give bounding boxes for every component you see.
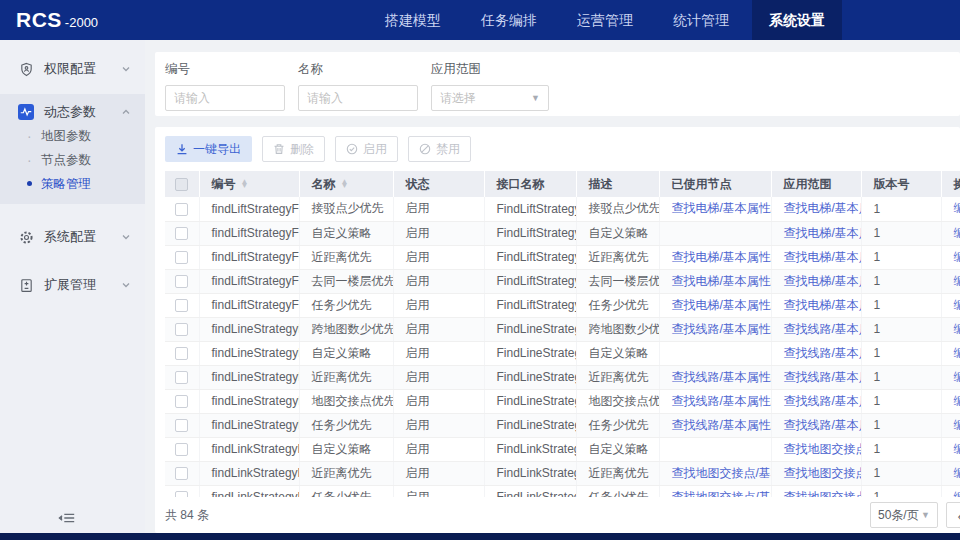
sidebar-item-node-params[interactable]: · 节点参数 (0, 148, 145, 172)
edit-link[interactable]: 编辑 (941, 293, 960, 317)
select-all-checkbox[interactable] (175, 178, 188, 191)
row-checkbox[interactable] (175, 275, 188, 288)
row-select-cell (165, 413, 199, 437)
row-checkbox[interactable] (175, 227, 188, 240)
table-row: findLiftStrategyForC... 自定义策略 启用 FindLif… (165, 221, 960, 245)
scope-link[interactable]: 查找电梯/基本属性/查找 (771, 245, 861, 269)
nav-item-build-model[interactable]: 搭建模型 (368, 0, 458, 40)
scope-link[interactable]: 查找地图交接点/基本属性 (771, 437, 861, 461)
row-select-cell (165, 485, 199, 497)
scope-link[interactable]: 查找电梯/基本属性/查找 (771, 197, 861, 221)
edit-link[interactable]: 编辑 (941, 485, 960, 497)
cell-status: 启用 (393, 317, 484, 341)
row-checkbox[interactable] (175, 371, 188, 384)
used-nodes-link[interactable] (659, 221, 771, 245)
check-circle-icon (346, 143, 358, 155)
row-checkbox[interactable] (175, 467, 188, 480)
used-nodes-link[interactable]: 查找线路/基本属性/查找 (659, 389, 771, 413)
nav-item-operations-management[interactable]: 运营管理 (560, 0, 650, 40)
used-nodes-link[interactable]: 查找地图交接点/基本属性 (659, 461, 771, 485)
row-checkbox[interactable] (175, 347, 188, 360)
used-nodes-link[interactable]: 查找线路/基本属性/查找 (659, 365, 771, 389)
edit-link[interactable]: 编辑 (941, 461, 960, 485)
used-nodes-link[interactable]: 查找电梯/基本属性/查找 (659, 269, 771, 293)
scope-link[interactable]: 查找线路/基本属性/查找 (771, 341, 861, 365)
used-nodes-link[interactable] (659, 437, 771, 461)
used-nodes-link[interactable]: 查找电梯/基本属性/查找 (659, 197, 771, 221)
cell-description: 任务少优先 (576, 485, 659, 497)
sidebar-item-strategy-management[interactable]: · 策略管理 (0, 172, 145, 196)
table-scroll-area: 编号▲▼ 名称▲▼ 状态 接口名称 描述 已使用节点 应用范围 版本号 操作 (165, 171, 960, 497)
cell-code: findLiftStrategyForTa... (199, 293, 299, 317)
edit-link[interactable]: 编辑 (941, 341, 960, 365)
used-nodes-link[interactable]: 查找电梯/基本属性/查找 (659, 245, 771, 269)
row-checkbox[interactable] (175, 419, 188, 432)
disable-button[interactable]: 禁用 (408, 136, 471, 162)
used-nodes-link[interactable]: 查找线路/基本属性/查找 (659, 413, 771, 437)
scope-link[interactable]: 查找线路/基本属性/查找 (771, 389, 861, 413)
scope-link[interactable]: 查找地图交接点/基本属性 (771, 485, 861, 497)
cell-name: 自定义策略 (299, 341, 393, 365)
row-checkbox[interactable] (175, 251, 188, 264)
row-checkbox[interactable] (175, 299, 188, 312)
edit-link[interactable]: 编辑 (941, 317, 960, 341)
cell-interface: FindLineStrategy (484, 413, 576, 437)
sidebar-item-extension-management[interactable]: 扩展管理 (0, 268, 145, 302)
scope-link[interactable]: 查找电梯/基本属性/查找 (771, 293, 861, 317)
nav-item-statistics-management[interactable]: 统计管理 (656, 0, 746, 40)
scope-link[interactable]: 查找线路/基本属性/查找 (771, 365, 861, 389)
column-header-interface: 接口名称 (484, 171, 576, 197)
scope-link[interactable]: 查找电梯/基本属性/查找 (771, 221, 861, 245)
page-size-select[interactable]: 50条/页 ▼ (870, 502, 938, 528)
scope-select[interactable]: 请选择 ▼ (431, 85, 549, 111)
column-header-code[interactable]: 编号▲▼ (199, 171, 299, 197)
edit-link[interactable]: 编辑 (941, 389, 960, 413)
row-checkbox[interactable] (175, 203, 188, 216)
cell-version: 1 (861, 341, 941, 365)
edit-link[interactable]: 编辑 (941, 197, 960, 221)
used-nodes-link[interactable]: 查找地图交接点/基本属性 (659, 485, 771, 497)
scope-label: 应用范围 (431, 61, 549, 78)
edit-link[interactable]: 编辑 (941, 365, 960, 389)
gear-icon (18, 229, 34, 245)
cell-description: 去同一楼层优先 (576, 269, 659, 293)
name-input[interactable] (298, 85, 418, 111)
prev-page-button[interactable]: ‹ (946, 502, 960, 528)
used-nodes-link[interactable]: 查找线路/基本属性/查找 (659, 317, 771, 341)
filter-panel: 编号 名称 应用范围 请选择 ▼ (155, 52, 960, 116)
edit-link[interactable]: 编辑 (941, 437, 960, 461)
delete-button[interactable]: 删除 (262, 136, 325, 162)
row-select-cell (165, 221, 199, 245)
edit-link[interactable]: 编辑 (941, 413, 960, 437)
sidebar-item-dynamic-params[interactable]: 动态参数 (0, 94, 145, 124)
sidebar-item-system-config[interactable]: 系统配置 (0, 220, 145, 254)
scope-link[interactable]: 查找线路/基本属性/查找 (771, 413, 861, 437)
used-nodes-link[interactable]: 查找电梯/基本属性/查找 (659, 293, 771, 317)
cell-name: 地图交接点优先 (299, 389, 393, 413)
scope-link[interactable]: 查找电梯/基本属性/查找 (771, 269, 861, 293)
export-button[interactable]: 一键导出 (165, 136, 252, 162)
used-nodes-link[interactable] (659, 341, 771, 365)
cell-version: 1 (861, 413, 941, 437)
sidebar-item-permission-config[interactable]: 权限配置 (0, 52, 145, 86)
table-row: findLineStrategyFor... 跨地图数少优先 启用 FindLi… (165, 317, 960, 341)
cell-version: 1 (861, 221, 941, 245)
sidebar-collapse-button[interactable] (58, 511, 76, 525)
column-header-name[interactable]: 名称▲▼ (299, 171, 393, 197)
code-input[interactable] (165, 85, 285, 111)
row-checkbox[interactable] (175, 395, 188, 408)
sidebar-item-map-params[interactable]: · 地图参数 (0, 124, 145, 148)
scope-link[interactable]: 查找线路/基本属性/查找 (771, 317, 861, 341)
scope-link[interactable]: 查找地图交接点/基本属性 (771, 461, 861, 485)
cell-version: 1 (861, 365, 941, 389)
row-select-cell (165, 245, 199, 269)
edit-link[interactable]: 编辑 (941, 221, 960, 245)
column-label: 编号 (212, 177, 236, 191)
edit-link[interactable]: 编辑 (941, 245, 960, 269)
nav-item-system-settings[interactable]: 系统设置 (752, 0, 842, 40)
enable-button[interactable]: 启用 (335, 136, 398, 162)
row-checkbox[interactable] (175, 443, 188, 456)
edit-link[interactable]: 编辑 (941, 269, 960, 293)
nav-item-task-orchestration[interactable]: 任务编排 (464, 0, 554, 40)
row-checkbox[interactable] (175, 323, 188, 336)
